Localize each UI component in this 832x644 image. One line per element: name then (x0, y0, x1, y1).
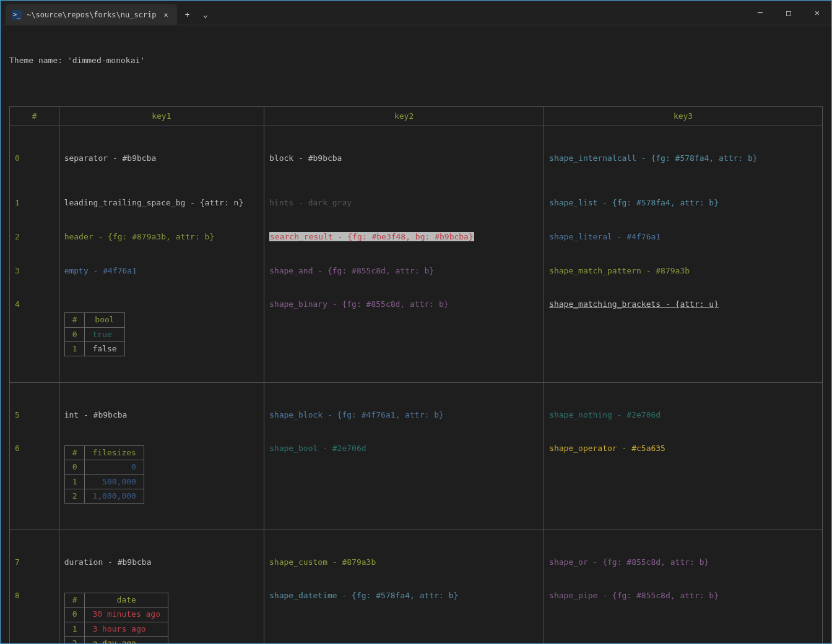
entry: shape_or - {fg: #855c8d, attr: b} (549, 557, 817, 568)
theme-table: # key1 key2 key3 0 1 2 3 4 separator - #… (9, 106, 823, 644)
minimize-button[interactable]: ─ (746, 1, 774, 25)
close-window-button[interactable]: ✕ (803, 1, 831, 25)
entry: shape_custom - #879a3b (269, 557, 539, 568)
tab-active[interactable]: >_ ~\source\repos\forks\nu_scrip ✕ (6, 4, 177, 25)
entry: header - {fg: #879a3b, attr: b} (64, 231, 259, 243)
entry: shape_and - {fg: #855c8d, attr: b} (269, 265, 539, 277)
tab-dropdown-icon[interactable]: ⌄ (198, 4, 213, 25)
entry: shape_matching_brackets - {attr: u} (549, 299, 817, 310)
entry: shape_literal - #4f76a1 (549, 231, 817, 243)
entry: shape_block - {fg: #4f76a1, attr: b} (269, 410, 539, 421)
entry: search_result - {fg: #be3f48, bg: #b9bcb… (269, 231, 539, 243)
window-controls: ─ □ ✕ (746, 1, 831, 25)
entry: separator - #b9bcba (64, 153, 259, 164)
entry: duration - #b9bcba (64, 557, 259, 568)
new-tab-button[interactable]: + (177, 4, 198, 25)
entry: shape_operator - #c5a635 (549, 443, 817, 454)
theme-name-line: Theme name: 'dimmed-monokai' (9, 55, 823, 66)
maximize-button[interactable]: □ (774, 1, 803, 25)
date-table: #date 030 minutes ago 13 hours ago 2a da… (64, 593, 168, 644)
header-key1: key1 (59, 107, 264, 126)
entry: shape_list - {fg: #578fa4, attr: b} (549, 197, 817, 208)
header-key2: key2 (264, 107, 544, 126)
header-key3: key3 (544, 107, 823, 126)
entry: shape_datetime - {fg: #578fa4, attr: b} (269, 590, 539, 601)
close-tab-icon[interactable]: ✕ (162, 11, 171, 19)
table-row: 7 8 duration - #b9bcba #date 030 minutes… (10, 530, 823, 644)
powershell-icon: >_ (12, 10, 22, 20)
entry: shape_match_pattern - #879a3b (549, 265, 817, 277)
entry: block - #b9bcba (269, 153, 539, 164)
entry: empty - #4f76a1 (64, 265, 259, 277)
entry: shape_binary - {fg: #855c8d, attr: b} (269, 299, 539, 310)
entry: shape_internalcall - {fg: #578fa4, attr:… (549, 153, 817, 164)
filesizes-table: #filesizes 00 1500,000 21,000,000 (64, 445, 144, 504)
tab-title: ~\source\repos\forks\nu_scrip (27, 11, 157, 19)
header-index: # (10, 107, 59, 126)
entry: leading_trailing_space_bg - {attr: n} (64, 197, 259, 208)
table-row: 5 6 int - #b9bcba #filesizes 00 1500,000… (10, 383, 823, 530)
entry: hints - dark_gray (269, 197, 539, 208)
title-bar: >_ ~\source\repos\forks\nu_scrip ✕ + ⌄ ─… (1, 1, 831, 25)
terminal-output[interactable]: Theme name: 'dimmed-monokai' # key1 key2… (1, 25, 831, 644)
table-row: 0 1 2 3 4 separator - #b9bcba leading_tr… (10, 126, 823, 383)
entry: shape_pipe - {fg: #855c8d, attr: b} (549, 590, 817, 601)
entry: int - #b9bcba (64, 410, 259, 421)
entry: shape_nothing - #2e706d (549, 410, 817, 421)
entry: shape_bool - #2e706d (269, 443, 539, 454)
bool-table: #bool 0true 1false (64, 312, 125, 356)
